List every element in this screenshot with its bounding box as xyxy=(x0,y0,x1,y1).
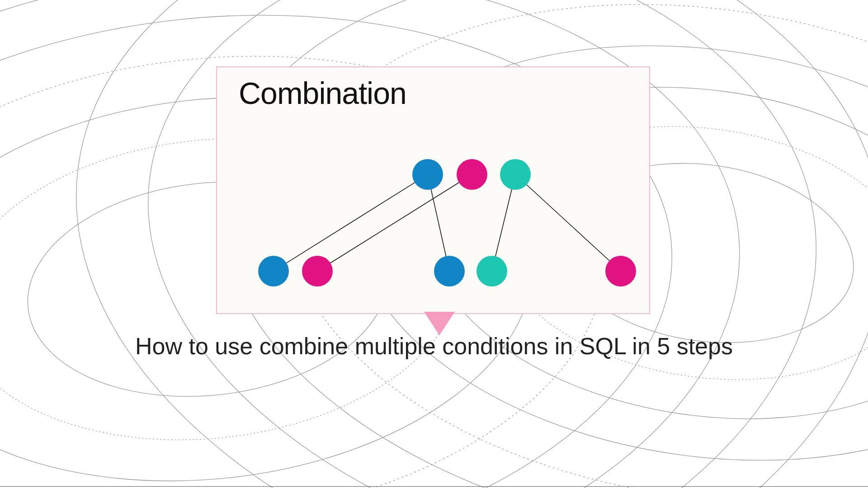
node-bottom-2-blue xyxy=(434,256,465,286)
divider-line xyxy=(0,486,868,487)
edge xyxy=(330,183,459,263)
edge xyxy=(527,185,609,261)
slide-subtitle: How to use combine multiple conditions i… xyxy=(0,332,868,361)
node-bottom-1-pink xyxy=(302,256,333,286)
edge xyxy=(495,189,512,256)
node-bottom-0-blue xyxy=(258,256,289,286)
node-top-1-pink xyxy=(457,159,487,190)
node-top-0-blue xyxy=(412,159,443,190)
node-bottom-4-pink xyxy=(605,256,636,286)
node-top-2-teal xyxy=(500,159,531,190)
slide-stage: Combination How to use combine multiple … xyxy=(0,0,868,488)
edge xyxy=(431,189,446,256)
node-bottom-3-teal xyxy=(476,256,507,286)
diagram-card: Combination xyxy=(216,66,650,314)
edge xyxy=(287,183,415,263)
